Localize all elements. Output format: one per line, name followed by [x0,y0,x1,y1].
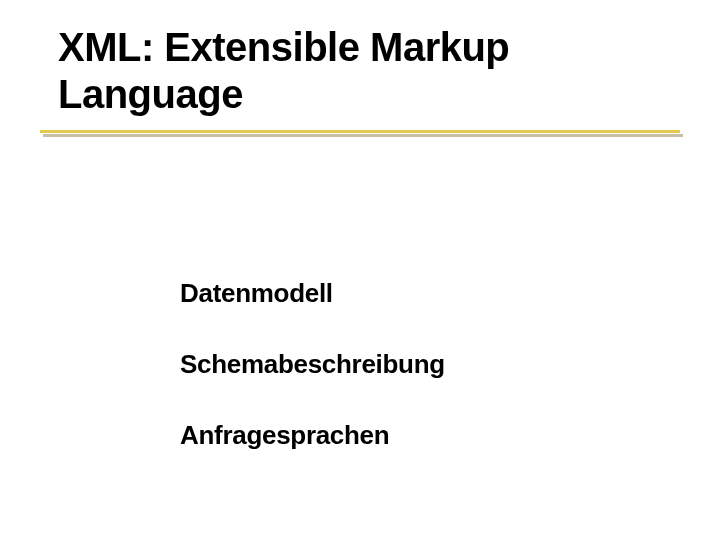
slide-title: XML: Extensible Markup Language [58,24,658,118]
underline-main [40,130,680,133]
title-line-1: XML: Extensible Markup [58,25,509,69]
underline-shadow [43,134,683,137]
body-list: Datenmodell Schemabeschreibung Anfragesp… [180,278,660,491]
title-line-2: Language [58,72,243,116]
list-item: Datenmodell [180,278,660,309]
list-item: Schemabeschreibung [180,349,660,380]
title-underline [40,128,680,142]
slide: XML: Extensible Markup Language Datenmod… [0,0,720,540]
list-item: Anfragesprachen [180,420,660,451]
